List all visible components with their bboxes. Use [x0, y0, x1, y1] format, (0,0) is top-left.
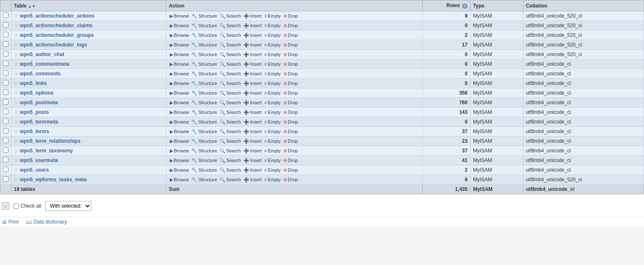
browse-link[interactable]: ▶Browse [169, 100, 190, 105]
search-link[interactable]: 🔍Search [219, 119, 242, 125]
drop-link[interactable]: ⊖Drop [282, 90, 299, 96]
drop-link[interactable]: ⊖Drop [282, 110, 299, 115]
insert-link[interactable]: ➕Insert [243, 42, 263, 48]
empty-link[interactable]: ≡Empty [263, 100, 282, 105]
browse-link[interactable]: ▶Browse [169, 167, 190, 173]
search-link[interactable]: 🔍Search [219, 158, 242, 163]
table-name-link[interactable]: wpn5_commentmeta [20, 61, 70, 67]
drop-link[interactable]: ⊖Drop [282, 13, 299, 19]
drop-link[interactable]: ⊖Drop [282, 23, 299, 28]
favorite-star-icon[interactable]: ☆ [14, 42, 18, 48]
favorite-star-icon[interactable]: ☆ [14, 71, 18, 77]
row-checkbox[interactable] [3, 80, 8, 85]
structure-link[interactable]: 🔧Structure [191, 23, 218, 28]
rows-header[interactable]: Rows i [422, 0, 470, 11]
row-checkbox[interactable] [3, 147, 8, 153]
table-name-link[interactable]: wpn5_usermeta [20, 157, 58, 163]
browse-link[interactable]: ▶Browse [169, 177, 190, 183]
browse-link[interactable]: ▶Browse [169, 139, 190, 144]
empty-link[interactable]: ≡Empty [263, 110, 282, 115]
row-checkbox[interactable] [3, 70, 8, 76]
row-checkbox[interactable] [3, 22, 8, 28]
insert-link[interactable]: ➕Insert [243, 110, 263, 115]
row-checkbox[interactable] [3, 109, 8, 114]
search-link[interactable]: 🔍Search [219, 81, 242, 86]
insert-link[interactable]: ➕Insert [243, 167, 263, 173]
favorite-star-icon[interactable]: ☆ [14, 80, 18, 86]
structure-link[interactable]: 🔧Structure [191, 81, 218, 86]
row-checkbox[interactable] [3, 128, 8, 134]
table-name-link[interactable]: wpn5_links [20, 80, 47, 86]
with-selected-select[interactable]: With selected: [45, 201, 91, 211]
table-name-link[interactable]: wpn5_termmeta [20, 119, 58, 125]
favorite-star-icon[interactable]: ☆ [14, 90, 18, 96]
browse-link[interactable]: ▶Browse [169, 90, 190, 96]
table-name-link[interactable]: wpn5_actionscheduler_actions [20, 13, 94, 19]
insert-link[interactable]: ➕Insert [243, 100, 263, 105]
print-link[interactable]: 🖨 Print [2, 219, 19, 225]
browse-link[interactable]: ▶Browse [169, 119, 190, 125]
row-checkbox[interactable] [3, 61, 8, 66]
empty-link[interactable]: ≡Empty [263, 167, 282, 172]
empty-link[interactable]: ≡Empty [263, 52, 282, 57]
browse-link[interactable]: ▶Browse [169, 52, 190, 57]
row-checkbox[interactable] [3, 41, 8, 47]
drop-link[interactable]: ⊖Drop [282, 119, 299, 125]
insert-link[interactable]: ➕Insert [243, 90, 263, 96]
structure-link[interactable]: 🔧Structure [191, 13, 218, 19]
structure-link[interactable]: 🔧Structure [191, 119, 218, 125]
row-checkbox[interactable] [3, 118, 8, 124]
structure-link[interactable]: 🔧Structure [191, 52, 218, 57]
empty-link[interactable]: ≡Empty [263, 177, 282, 182]
table-name-link[interactable]: wpn5_terms [20, 129, 49, 134]
drop-link[interactable]: ⊖Drop [282, 81, 299, 86]
insert-link[interactable]: ➕Insert [243, 119, 263, 125]
browse-link[interactable]: ▶Browse [169, 13, 190, 19]
insert-link[interactable]: ➕Insert [243, 33, 263, 38]
drop-link[interactable]: ⊖Drop [282, 52, 299, 57]
drop-link[interactable]: ⊖Drop [282, 167, 299, 173]
structure-link[interactable]: 🔧Structure [191, 148, 218, 154]
drop-link[interactable]: ⊖Drop [282, 42, 299, 48]
empty-link[interactable]: ≡Empty [263, 81, 282, 86]
structure-link[interactable]: 🔧Structure [191, 42, 218, 48]
row-checkbox[interactable] [3, 99, 8, 105]
table-name-link[interactable]: wpn5_posts [20, 109, 49, 115]
favorite-star-icon[interactable]: ☆ [14, 157, 18, 163]
table-name-link[interactable]: wpn5_term_relationships [20, 138, 80, 144]
empty-link[interactable]: ≡Empty [263, 139, 282, 144]
empty-link[interactable]: ≡Empty [263, 90, 282, 95]
browse-link[interactable]: ▶Browse [169, 158, 190, 163]
structure-link[interactable]: 🔧Structure [191, 167, 218, 173]
favorite-star-icon[interactable]: ☆ [14, 23, 18, 28]
drop-link[interactable]: ⊖Drop [282, 158, 299, 163]
table-name-link[interactable]: wpn5_actionscheduler_logs [20, 42, 87, 48]
collation-header[interactable]: Collation [523, 0, 644, 11]
structure-link[interactable]: 🔧Structure [191, 33, 218, 38]
row-checkbox[interactable] [3, 157, 8, 162]
browse-link[interactable]: ▶Browse [169, 129, 190, 134]
favorite-star-icon[interactable]: ☆ [14, 61, 18, 67]
browse-link[interactable]: ▶Browse [169, 42, 190, 48]
drop-link[interactable]: ⊖Drop [282, 100, 299, 105]
favorite-star-icon[interactable]: ☆ [14, 148, 18, 154]
search-link[interactable]: 🔍Search [219, 42, 242, 48]
row-checkbox[interactable] [3, 138, 8, 143]
insert-link[interactable]: ➕Insert [243, 52, 263, 57]
row-checkbox[interactable] [3, 176, 8, 182]
browse-link[interactable]: ▶Browse [169, 33, 190, 38]
search-link[interactable]: 🔍Search [219, 13, 242, 19]
empty-link[interactable]: ≡Empty [263, 33, 282, 38]
insert-link[interactable]: ➕Insert [243, 158, 263, 163]
type-header[interactable]: Type [470, 0, 523, 11]
table-name-link[interactable]: wpn5_users [20, 167, 49, 173]
search-link[interactable]: 🔍Search [219, 23, 242, 28]
search-link[interactable]: 🔍Search [219, 129, 242, 134]
structure-link[interactable]: 🔧Structure [191, 62, 218, 67]
search-link[interactable]: 🔍Search [219, 110, 242, 115]
scroll-up-button[interactable]: ↑ [2, 202, 9, 210]
search-link[interactable]: 🔍Search [219, 62, 242, 67]
search-link[interactable]: 🔍Search [219, 148, 242, 154]
structure-link[interactable]: 🔧Structure [191, 71, 218, 77]
empty-link[interactable]: ≡Empty [263, 42, 282, 47]
